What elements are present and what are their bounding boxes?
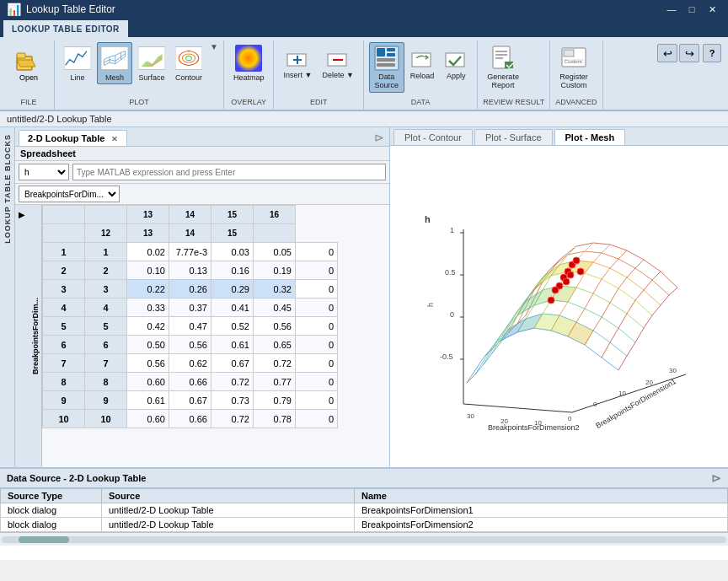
- table-cell[interactable]: 0.72: [254, 354, 296, 373]
- regcustom-button[interactable]: Custom RegisterCustom: [555, 42, 592, 93]
- table-cell[interactable]: 0.03: [211, 243, 254, 261]
- table-cell[interactable]: 0.22: [127, 280, 169, 299]
- delete-button[interactable]: Delete ▼: [318, 42, 357, 89]
- table-cell[interactable]: 5: [85, 317, 127, 336]
- table-cell[interactable]: 4: [85, 299, 127, 317]
- table-cell[interactable]: 0: [296, 261, 338, 280]
- table-cell[interactable]: 10: [85, 410, 127, 428]
- table-cell[interactable]: 0.60: [127, 373, 169, 391]
- table-cell[interactable]: 5: [43, 317, 85, 336]
- expand-arrow[interactable]: ▶: [15, 205, 29, 467]
- table-cell[interactable]: 9: [43, 391, 85, 410]
- undo-button[interactable]: ↩: [657, 44, 677, 62]
- table-cell[interactable]: 0: [296, 354, 338, 373]
- formula-input[interactable]: [72, 164, 386, 180]
- tab-plot-surface[interactable]: Plot - Surface: [474, 129, 553, 145]
- table-cell[interactable]: 0.61: [211, 336, 254, 354]
- table-cell[interactable]: 0.37: [169, 299, 211, 317]
- table-cell[interactable]: 3: [85, 280, 127, 299]
- table-cell[interactable]: 0.29: [211, 280, 254, 299]
- table-cell[interactable]: 0.73: [211, 391, 254, 410]
- table-cell[interactable]: 0.72: [211, 410, 254, 428]
- table-cell[interactable]: 0: [296, 243, 338, 261]
- help-button[interactable]: ?: [703, 44, 721, 62]
- table-cell[interactable]: 0.42: [127, 317, 169, 336]
- table-cell[interactable]: 0.45: [254, 299, 296, 317]
- table-cell[interactable]: 0.19: [254, 261, 296, 280]
- table-cell[interactable]: 7: [43, 354, 85, 373]
- table-cell[interactable]: 0.79: [254, 391, 296, 410]
- table-cell[interactable]: 0.32: [254, 280, 296, 299]
- table-cell[interactable]: 0.65: [254, 336, 296, 354]
- table-cell[interactable]: 0.50: [127, 336, 169, 354]
- table-cell[interactable]: 0: [296, 280, 338, 299]
- table-cell[interactable]: 2: [85, 261, 127, 280]
- scroll-track[interactable]: [2, 536, 726, 543]
- bottom-panel-pin-icon[interactable]: ⊳: [711, 471, 721, 485]
- table-cell[interactable]: 0.78: [254, 410, 296, 428]
- contour-plot-button[interactable]: Contour: [171, 42, 206, 84]
- side-tab-lookup-table-blocks[interactable]: LOOKUP TABLE BLOCKS: [0, 127, 15, 467]
- table-cell[interactable]: 3: [43, 280, 85, 299]
- table-cell[interactable]: 0.56: [169, 336, 211, 354]
- insert-button[interactable]: Insert ▼: [279, 42, 316, 89]
- table-cell[interactable]: 0: [296, 299, 338, 317]
- ribbon-tab-lookup[interactable]: LOOKUP TABLE EDITOR: [3, 20, 128, 37]
- reload-button[interactable]: Reload: [406, 42, 439, 89]
- table-cell[interactable]: 1: [85, 243, 127, 261]
- horiz-scrollbar[interactable]: [0, 532, 728, 546]
- minimize-button[interactable]: —: [662, 2, 681, 17]
- table-cell[interactable]: 9: [85, 391, 127, 410]
- table-cell[interactable]: 0.41: [211, 299, 254, 317]
- table-cell[interactable]: 0.67: [169, 391, 211, 410]
- table-cell[interactable]: 0.56: [254, 317, 296, 336]
- table-cell[interactable]: 0.02: [127, 243, 169, 261]
- breakpoints-select[interactable]: BreakpointsForDim...: [19, 186, 120, 202]
- table-cell[interactable]: 6: [85, 336, 127, 354]
- table-cell[interactable]: 0.10: [127, 261, 169, 280]
- table-cell[interactable]: 0: [296, 373, 338, 391]
- table-cell[interactable]: 4: [43, 299, 85, 317]
- tab-plot-mesh[interactable]: Plot - Mesh: [554, 129, 626, 145]
- tab-plot-contour[interactable]: Plot - Contour: [393, 129, 473, 145]
- table-cell[interactable]: 0.66: [169, 373, 211, 391]
- table-cell[interactable]: 0.26: [169, 280, 211, 299]
- table-cell[interactable]: 0: [296, 410, 338, 428]
- table-cell[interactable]: 0.13: [169, 261, 211, 280]
- tab-2d-lookup-table[interactable]: 2-D Lookup Table ✕: [19, 130, 127, 146]
- table-cell[interactable]: 0.05: [254, 243, 296, 261]
- datasource-button[interactable]: DataSource: [369, 42, 404, 93]
- mesh-plot-button[interactable]: Mesh: [97, 42, 132, 84]
- formula-select[interactable]: h: [19, 164, 69, 180]
- genreport-button[interactable]: GenerateReport: [483, 42, 523, 93]
- table-cell[interactable]: 0.77: [254, 373, 296, 391]
- apply-button[interactable]: Apply: [440, 42, 472, 89]
- table-cell[interactable]: 0.67: [211, 354, 254, 373]
- table-cell[interactable]: 0.72: [211, 373, 254, 391]
- table-cell[interactable]: 0.60: [127, 410, 169, 428]
- heatmap-button[interactable]: Heatmap: [229, 42, 269, 84]
- redo-button[interactable]: ↪: [679, 44, 699, 62]
- table-cell[interactable]: 7.77e-3: [169, 243, 211, 261]
- tab-pin-icon[interactable]: ⊳: [372, 129, 386, 146]
- table-cell[interactable]: 8: [43, 373, 85, 391]
- table-cell[interactable]: 6: [43, 336, 85, 354]
- table-cell[interactable]: 0.47: [169, 317, 211, 336]
- table-cell[interactable]: 0.66: [169, 410, 211, 428]
- table-cell[interactable]: 1: [43, 243, 85, 261]
- table-cell[interactable]: 0.52: [211, 317, 254, 336]
- table-cell[interactable]: 0.16: [211, 261, 254, 280]
- line-plot-button[interactable]: Line: [60, 42, 95, 84]
- table-cell[interactable]: 0: [296, 391, 338, 410]
- tab-close-icon[interactable]: ✕: [111, 135, 118, 143]
- open-button[interactable]: Open: [8, 42, 49, 89]
- table-cell[interactable]: 0: [296, 317, 338, 336]
- plot-expand[interactable]: ▼: [208, 42, 218, 51]
- table-cell[interactable]: 10: [43, 410, 85, 428]
- table-cell[interactable]: 7: [85, 354, 127, 373]
- table-cell[interactable]: 8: [85, 373, 127, 391]
- table-cell[interactable]: 0.62: [169, 354, 211, 373]
- grid-container[interactable]: 13 14 15 16 12 13 14 15: [42, 205, 389, 467]
- table-cell[interactable]: 0: [296, 336, 338, 354]
- table-cell[interactable]: 2: [43, 261, 85, 280]
